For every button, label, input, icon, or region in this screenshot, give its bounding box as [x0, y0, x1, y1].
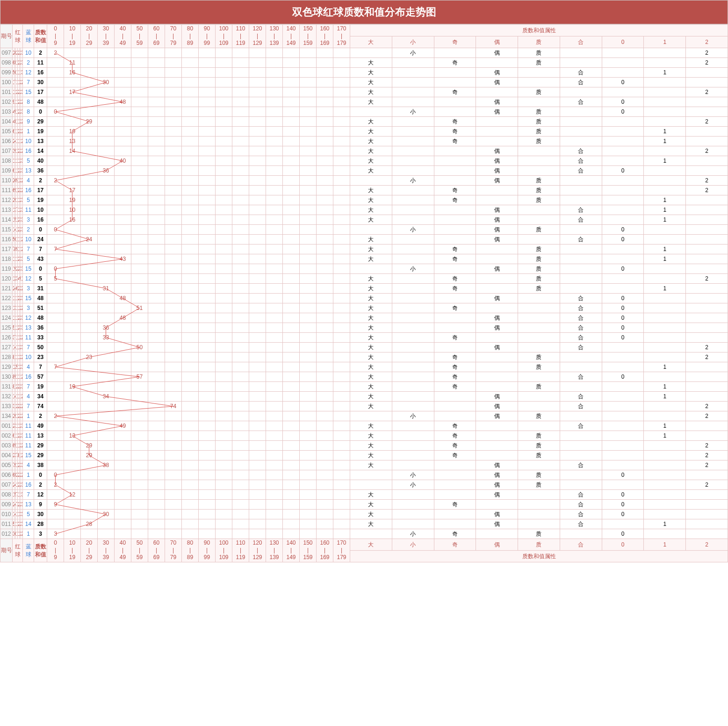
- cell-bucket: [131, 87, 148, 97]
- cell-sum: 40: [34, 156, 47, 166]
- cell-period: 126: [0, 333, 13, 343]
- cell-attr: [644, 480, 686, 490]
- cell-bucket: [47, 431, 64, 441]
- table-row: 101101724252830151717大奇质2: [0, 87, 728, 97]
- cell-attr: [560, 176, 602, 186]
- cell-attr: 奇: [434, 254, 476, 264]
- cell-attr: 奇: [434, 58, 476, 68]
- cell-attr: 质: [518, 274, 560, 284]
- table-row: 1342910202226122小偶质2: [0, 411, 728, 421]
- cell-sum: 2: [34, 48, 47, 58]
- cell-bucket: [232, 421, 249, 431]
- cell-bucket: [317, 195, 333, 205]
- cell-bucket: [131, 519, 148, 529]
- cell-bucket: [199, 48, 216, 58]
- cell-bucket: [232, 244, 249, 254]
- cell-attr: [434, 146, 476, 156]
- cell-bucket: [266, 274, 283, 284]
- cell-attr: 1: [644, 382, 686, 392]
- cell-bucket: 16: [64, 68, 81, 78]
- cell-bucket: [300, 205, 317, 215]
- cell-attr: 大: [350, 244, 392, 254]
- cell-bucket: [216, 362, 232, 372]
- cell-bucket: [47, 402, 64, 411]
- cell-attr: [392, 431, 434, 441]
- cell-attr: 合: [560, 205, 602, 215]
- cell-sum: 17: [34, 186, 47, 195]
- table-row: 11811131926303354343大奇质1: [0, 254, 728, 264]
- cell-bucket: [131, 137, 148, 146]
- hdr-bucket-10: 100|109: [216, 539, 232, 562]
- cell-sum: 13: [34, 431, 47, 441]
- cell-bucket: [232, 117, 249, 127]
- cell-attr: 偶: [476, 313, 518, 323]
- hdr-bucket-4: 40|49: [115, 25, 131, 48]
- cell-bucket: [216, 195, 232, 205]
- table-row: 0995611121530121616大偶合1: [0, 68, 728, 78]
- cell-bucket: [266, 107, 283, 117]
- table-row: 00261013252632111313大奇质1: [0, 431, 728, 441]
- cell-attr: [644, 48, 686, 58]
- cell-bucket: [283, 254, 300, 264]
- cell-attr: 质: [518, 284, 560, 294]
- cell-blue: 5: [23, 254, 34, 264]
- cell-bucket: [115, 186, 131, 195]
- cell-bucket: [199, 372, 216, 382]
- cell-sum: 74: [34, 402, 47, 411]
- cell-blue: 13: [23, 323, 34, 333]
- cell-bucket: 3: [47, 529, 64, 539]
- cell-attr: [602, 48, 644, 58]
- cell-bucket: [148, 156, 165, 166]
- cell-attr: [392, 372, 434, 382]
- cell-attr: 大: [350, 68, 392, 78]
- cell-sum: 16: [34, 68, 47, 78]
- cell-bucket: [81, 254, 98, 264]
- cell-sum: 48: [34, 313, 47, 323]
- cell-attr: [476, 303, 518, 313]
- cell-bucket: [266, 117, 283, 127]
- cell-bucket: [182, 244, 199, 254]
- cell-attr: [560, 382, 602, 392]
- cell-attr: [644, 146, 686, 156]
- cell-blue: 7: [23, 402, 34, 411]
- cell-attr: [518, 205, 560, 215]
- cell-attr: 大: [350, 343, 392, 352]
- cell-bucket: [216, 313, 232, 323]
- cell-bucket: [47, 333, 64, 343]
- cell-attr: [686, 431, 728, 441]
- cell-bucket: [115, 460, 131, 470]
- cell-sum: 14: [34, 146, 47, 156]
- cell-bucket: [165, 500, 182, 510]
- cell-bucket: [283, 294, 300, 303]
- cell-bucket: [283, 274, 300, 284]
- cell-attr: [644, 402, 686, 411]
- cell-attr: [392, 490, 434, 500]
- cell-bucket: [64, 264, 81, 274]
- cell-bucket: [300, 68, 317, 78]
- cell-attr: [434, 411, 476, 421]
- cell-bucket: [199, 225, 216, 235]
- cell-bucket: [98, 411, 115, 421]
- cell-blue: 16: [23, 186, 34, 195]
- cell-bucket: [249, 392, 266, 402]
- cell-blue: 5: [23, 195, 34, 205]
- cell-attr: [686, 421, 728, 431]
- cell-attr: [392, 362, 434, 372]
- cell-attr: 2: [686, 402, 728, 411]
- hdr-attr-6: 0: [602, 36, 644, 48]
- cell-attr: 质: [518, 107, 560, 117]
- cell-bucket: [182, 127, 199, 137]
- cell-attr: 小: [392, 176, 434, 186]
- cell-attr: [560, 117, 602, 127]
- cell-attr: 2: [686, 176, 728, 186]
- hdr-attr-1: 小: [392, 36, 434, 48]
- cell-attr: 合: [560, 343, 602, 352]
- cell-bucket: [283, 48, 300, 58]
- cell-attr: [686, 195, 728, 205]
- cell-bucket: [131, 225, 148, 235]
- cell-attr: [686, 254, 728, 264]
- chart-title: 双色球红球质数和值分布走势图: [0, 0, 728, 24]
- cell-bucket: [98, 352, 115, 362]
- cell-blue: 1: [23, 411, 34, 421]
- lottery-table: 期号红球蓝球质数和值0|910|1920|2930|3940|4950|5960…: [0, 24, 728, 562]
